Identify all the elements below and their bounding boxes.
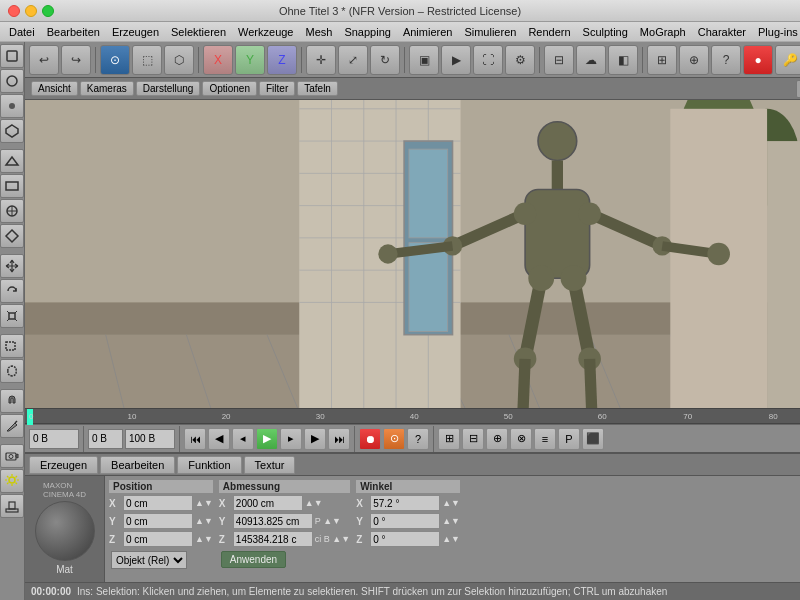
frame-fps-input[interactable] bbox=[125, 429, 175, 449]
record-anim-button[interactable]: ⏺ bbox=[359, 428, 381, 450]
menu-item-werkzeuge[interactable]: Werkzeuge bbox=[233, 25, 298, 39]
loop-button[interactable]: ? bbox=[407, 428, 429, 450]
menu-item-rendern[interactable]: Rendern bbox=[523, 25, 575, 39]
view-ortho-button[interactable] bbox=[0, 174, 24, 198]
menu-item-plug-ins[interactable]: Plug-ins bbox=[753, 25, 800, 39]
next-frame-button[interactable]: ▶ bbox=[304, 428, 326, 450]
motion-clip6-button[interactable]: P bbox=[558, 428, 580, 450]
tab-erzeugen[interactable]: Erzeugen bbox=[29, 456, 98, 474]
rotate-tool-button[interactable] bbox=[0, 279, 24, 303]
poly-select-button[interactable]: ⬡ bbox=[164, 45, 194, 75]
redo-button[interactable]: ↪ bbox=[61, 45, 91, 75]
menu-item-snapping[interactable]: Snapping bbox=[339, 25, 396, 39]
menu-item-charakter[interactable]: Charakter bbox=[693, 25, 751, 39]
edge-mode-button[interactable] bbox=[0, 69, 24, 93]
rotate-icon-button[interactable]: ↻ bbox=[370, 45, 400, 75]
view-front-button[interactable] bbox=[0, 199, 24, 223]
move-tool-button[interactable] bbox=[0, 254, 24, 278]
background-button[interactable]: ◧ bbox=[608, 45, 638, 75]
motion-clip4-button[interactable]: ⊗ bbox=[510, 428, 532, 450]
prev-frame-button[interactable]: ◀ bbox=[208, 428, 230, 450]
snap-button[interactable]: ⊞ bbox=[647, 45, 677, 75]
menu-item-selektieren[interactable]: Selektieren bbox=[166, 25, 231, 39]
maximize-button[interactable] bbox=[42, 5, 54, 17]
select-lasso-button[interactable] bbox=[0, 359, 24, 383]
viewport-optionen-button[interactable]: Optionen bbox=[202, 81, 257, 96]
dim-y-input[interactable] bbox=[233, 513, 313, 529]
knife-button[interactable] bbox=[0, 414, 24, 438]
menu-item-bearbeiten[interactable]: Bearbeiten bbox=[42, 25, 105, 39]
constraint-button[interactable] bbox=[0, 494, 24, 518]
render-to-po-button[interactable]: ⛶ bbox=[473, 45, 503, 75]
apply-button[interactable]: Anwenden bbox=[221, 551, 286, 568]
undo-button[interactable]: ↩ bbox=[29, 45, 59, 75]
tab-funktion[interactable]: Funktion bbox=[177, 456, 241, 474]
close-button[interactable] bbox=[8, 5, 20, 17]
viewport-darstellung-button[interactable]: Darstellung bbox=[136, 81, 201, 96]
menu-item-animieren[interactable]: Animieren bbox=[398, 25, 458, 39]
key-button[interactable]: 🔑 bbox=[775, 45, 800, 75]
menu-item-sculpting[interactable]: Sculpting bbox=[578, 25, 633, 39]
motion-clip7-button[interactable]: ⬛ bbox=[582, 428, 604, 450]
model-mode-button[interactable] bbox=[0, 44, 24, 68]
position-x-input[interactable] bbox=[123, 495, 193, 511]
record-key-button[interactable]: ⊙ bbox=[383, 428, 405, 450]
view-persp-button[interactable] bbox=[0, 149, 24, 173]
position-y-input[interactable] bbox=[123, 513, 193, 529]
record-button[interactable]: ● bbox=[743, 45, 773, 75]
z-axis-button[interactable]: Z bbox=[267, 45, 297, 75]
magnet-button[interactable] bbox=[0, 389, 24, 413]
angle-z-input[interactable] bbox=[370, 531, 440, 547]
motion-clip5-button[interactable]: ≡ bbox=[534, 428, 556, 450]
viewport-kameras-button[interactable]: Kameras bbox=[80, 81, 134, 96]
camera-button[interactable] bbox=[0, 444, 24, 468]
angle-y-input[interactable] bbox=[370, 513, 440, 529]
tab-textur[interactable]: Textur bbox=[244, 456, 296, 474]
minimize-button[interactable] bbox=[25, 5, 37, 17]
goto-start-button[interactable]: ⏮ bbox=[184, 428, 206, 450]
goto-end-button[interactable]: ⏭ bbox=[328, 428, 350, 450]
viewport-filter-button[interactable]: Filter bbox=[259, 81, 295, 96]
menu-item-mesh[interactable]: Mesh bbox=[300, 25, 337, 39]
select-rect-button[interactable] bbox=[0, 334, 24, 358]
menu-item-erzeugen[interactable]: Erzeugen bbox=[107, 25, 164, 39]
position-z-input[interactable] bbox=[123, 531, 193, 547]
scale-icon-button[interactable]: ⤢ bbox=[338, 45, 368, 75]
move-icon-button[interactable]: ✛ bbox=[306, 45, 336, 75]
angle-x-input[interactable] bbox=[370, 495, 440, 511]
tab-bearbeiten[interactable]: Bearbeiten bbox=[100, 456, 175, 474]
scale-tool-button[interactable] bbox=[0, 304, 24, 328]
frame-current-input[interactable] bbox=[88, 429, 123, 449]
menu-item-datei[interactable]: Datei bbox=[4, 25, 40, 39]
material-sphere[interactable] bbox=[35, 501, 95, 561]
view-side-button[interactable] bbox=[0, 224, 24, 248]
viewport-tafeln-button[interactable]: Tafeln bbox=[297, 81, 338, 96]
live-select-button[interactable]: ⊙ bbox=[100, 45, 130, 75]
play-button[interactable]: ▶ bbox=[256, 428, 278, 450]
motion-clip2-button[interactable]: ⊟ bbox=[462, 428, 484, 450]
snap-enable-button[interactable]: ⊕ bbox=[679, 45, 709, 75]
render-region-button[interactable]: ▣ bbox=[409, 45, 439, 75]
timeline-ruler[interactable]: 0 10 20 30 40 50 60 70 80 90 100 0 B bbox=[25, 408, 800, 424]
light-button[interactable] bbox=[0, 469, 24, 493]
rect-select-button[interactable]: ⬚ bbox=[132, 45, 162, 75]
x-axis-button[interactable]: X bbox=[203, 45, 233, 75]
next-keyframe-button[interactable]: ▸ bbox=[280, 428, 302, 450]
point-mode-button[interactable] bbox=[0, 94, 24, 118]
frame-start-input[interactable] bbox=[29, 429, 79, 449]
dim-x-input[interactable] bbox=[233, 495, 303, 511]
y-axis-button[interactable]: Y bbox=[235, 45, 265, 75]
polygon-mode-button[interactable] bbox=[0, 119, 24, 143]
render-settings-button[interactable]: ⚙ bbox=[505, 45, 535, 75]
menu-item-mograph[interactable]: MoGraph bbox=[635, 25, 691, 39]
dim-z-input[interactable] bbox=[233, 531, 313, 547]
move-viewport-icon[interactable]: ⤡ bbox=[796, 80, 800, 98]
floor-button[interactable]: ⊟ bbox=[544, 45, 574, 75]
environment-button[interactable]: ☁ bbox=[576, 45, 606, 75]
viewport-ansicht-button[interactable]: Ansicht bbox=[31, 81, 78, 96]
viewport[interactable] bbox=[25, 100, 800, 408]
motion-clip-button[interactable]: ⊞ bbox=[438, 428, 460, 450]
prev-keyframe-button[interactable]: ◂ bbox=[232, 428, 254, 450]
render-active-button[interactable]: ▶ bbox=[441, 45, 471, 75]
help-button[interactable]: ? bbox=[711, 45, 741, 75]
